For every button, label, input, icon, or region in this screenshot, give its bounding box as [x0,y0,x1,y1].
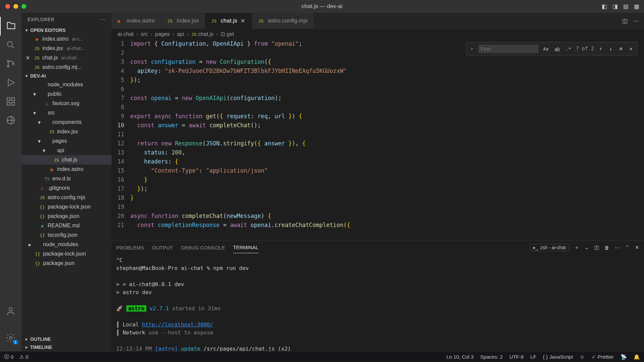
open-editors-header[interactable]: ▾OPEN EDITORS [21,26,111,34]
extensions-activity[interactable] [0,92,21,111]
file-tree-item[interactable]: ▾pages [21,136,111,146]
toggle-secondary-sidebar-icon[interactable]: ▤ [623,3,629,10]
status-indentation[interactable]: Spaces: 2 [480,354,503,360]
status-cursor-position[interactable]: Ln 10, Col 3 [446,354,473,360]
file-tree-item[interactable]: ◉index.astro [21,165,111,174]
open-editor-item[interactable]: JSindex.jsxai-chat... [21,44,111,53]
editor-more-icon[interactable]: ⋯ [633,17,639,25]
file-tree-item[interactable]: {}package.json [21,212,111,221]
panel-more-icon[interactable]: ⋯ [615,244,620,251]
settings-activity[interactable]: 1 [0,328,21,347]
file-tree-item[interactable]: ▾public [21,89,111,99]
maximize-panel-icon[interactable]: ⌃ [625,244,630,251]
titlebar: chat.js — dev-ai ◧ ◨ ▤ ▦ [0,0,644,13]
breadcrumbs[interactable]: ai-chat›src›pages›api›JS chat.js›⊡ get [111,29,644,39]
open-editor-item[interactable]: ✕JSchat.jsai-chat/... [21,53,111,62]
outline-header[interactable]: ▸OUTLINE [21,335,111,343]
file-tree-item[interactable]: ▾src [21,108,111,118]
close-window-button[interactable] [5,4,10,9]
terminal-process-picker[interactable]: ▸_ zsh - ai-chat [530,244,569,251]
svg-point-2 [7,65,9,67]
split-terminal-icon[interactable]: ◫ [594,244,599,251]
status-eol[interactable]: LF [531,354,537,360]
terminal-body[interactable]: ^C stephan@MacBook-Pro ai-chat % npm run… [111,254,644,351]
explorer-activity[interactable] [0,17,21,36]
settings-badge: 1 [13,340,18,345]
file-tree-item[interactable]: JSindex.jsx [21,127,111,136]
file-tree-item[interactable]: ▸node_modules [21,240,111,249]
terminal-dropdown-icon[interactable]: ⌄ [585,244,589,251]
explorer-more-icon[interactable]: ⋯ [101,17,106,22]
file-tree-item[interactable]: {}package.json [21,259,111,268]
panel-tab[interactable]: OUTPUT [152,242,173,253]
bottom-panel: PROBLEMSOUTPUTDEBUG CONSOLETERMINAL ▸_ z… [111,240,644,351]
file-tree-item[interactable]: ▾components [21,118,111,127]
panel-tab[interactable]: TERMINAL [233,242,259,253]
titlebar-layout-controls: ◧ ◨ ▤ ▦ [602,3,639,10]
status-errors[interactable]: ⓧ 0 [4,354,13,360]
editor-tabs: ◉index.astroJSindex.jsxJSchat.js✕JSastro… [111,13,644,29]
editor-tab[interactable]: JSastro.config.mjs [252,13,314,29]
code-editor[interactable]: 123456789101112131415161718192021 import… [111,39,644,240]
open-editor-item[interactable]: JSastro.config.mj... [21,62,111,72]
file-tree-item[interactable]: node_modules [21,80,111,89]
toggle-panel-icon[interactable]: ◨ [612,3,618,10]
status-feedback-icon[interactable]: ☺ [580,354,585,360]
open-editor-item[interactable]: ◉index.astroai-c... [21,34,111,44]
source-control-activity[interactable] [0,54,21,73]
search-activity[interactable] [0,36,21,54]
run-debug-activity[interactable] [0,73,21,92]
toggle-primary-sidebar-icon[interactable]: ◧ [602,3,607,10]
new-terminal-icon[interactable]: ＋ [574,244,579,251]
file-tree-item[interactable]: △favicon.svg [21,99,111,108]
find-input[interactable] [478,45,539,53]
file-tree-item[interactable]: ▾api [21,146,111,155]
close-panel-icon[interactable]: ✕ [635,244,639,251]
file-tree-item[interactable]: {}package-lock.json [21,202,111,212]
file-tree-item[interactable]: {}tsconfig.json [21,230,111,240]
customize-layout-icon[interactable]: ▦ [634,3,639,10]
match-case-icon[interactable]: Aa [542,44,550,54]
file-tree-item[interactable]: {}package-lock.json [21,249,111,259]
split-editor-icon[interactable]: ◫ [622,17,628,25]
minimize-window-button[interactable] [13,4,18,9]
file-tree-item[interactable]: ◆README.md [21,221,111,230]
editor-tab[interactable]: JSchat.js✕ [205,13,252,29]
panel-tab[interactable]: DEBUG CONSOLE [181,242,225,253]
file-tree-item[interactable]: JSchat.js [21,155,111,165]
panel-tab[interactable]: PROBLEMS [116,242,144,253]
breadcrumb-item[interactable]: ai-chat [118,31,134,37]
accounts-activity[interactable] [0,302,21,320]
project-header[interactable]: ▾DEV-AI [21,72,111,80]
maximize-window-button[interactable] [21,4,26,9]
status-encoding[interactable]: UTF-8 [509,354,524,360]
regex-icon[interactable]: .* [564,44,572,54]
explorer-title: EXPLORER [28,17,54,22]
close-tab-icon[interactable]: ✕ [240,17,246,25]
editor-tab[interactable]: JSindex.jsx [161,13,205,29]
file-tree-item[interactable]: TSenv.d.ts [21,174,111,183]
edge-tools-activity[interactable] [0,111,21,130]
file-tree-item[interactable]: JSastro.config.mjs [21,193,111,202]
find-close-icon[interactable]: ✕ [628,44,634,53]
match-whole-word-icon[interactable]: ab [553,44,561,54]
svg-rect-5 [12,98,15,101]
status-broadcast-icon[interactable]: 📡 [620,354,627,360]
status-bell-icon[interactable]: 🔔 [634,354,640,360]
find-prev-icon[interactable]: ↑ [597,44,604,53]
breadcrumb-item[interactable]: pages [155,31,170,37]
breadcrumb-item[interactable]: ⊡ get [221,31,234,37]
find-selection-icon[interactable]: ≡ [617,44,624,53]
breadcrumb-item[interactable]: src [141,31,148,37]
kill-terminal-icon[interactable]: 🗑 [604,245,609,251]
breadcrumb-item[interactable]: JS chat.js [191,31,214,37]
timeline-header[interactable]: ▸TIMELINE [21,343,111,351]
breadcrumb-item[interactable]: api [177,31,184,37]
editor-tab[interactable]: ◉index.astro [111,13,161,29]
find-next-icon[interactable]: ↓ [607,44,614,53]
status-language[interactable]: { } JavaScript [543,354,573,360]
status-prettier[interactable]: ✓ Prettier [592,354,614,360]
find-expand-icon[interactable]: › [469,44,475,53]
status-warnings[interactable]: ⚠ 0 [19,354,28,360]
file-tree-item[interactable]: ◇.gitignore [21,183,111,193]
